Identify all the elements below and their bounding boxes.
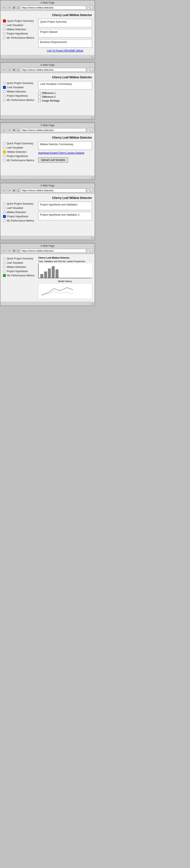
sidebar-item-leaf-4[interactable]: Leaf Visualiser [3, 206, 36, 210]
content-4: Cherry Leaf Mildew Detector Quick Projec… [0, 193, 94, 236]
address-bar-4[interactable] [21, 189, 86, 192]
checkbox-diff2-2[interactable]: Difference 2 [38, 95, 92, 99]
sidebar-label-hypothesis-4: Project Hypothesis [7, 215, 28, 218]
radio-ml-4 [3, 219, 5, 222]
sidebar-item-hypothesis-4[interactable]: Project Hypothesis [3, 214, 36, 219]
corner-mark-2: ↙ [0, 115, 94, 119]
sidebar-item-mildew-2[interactable]: Mildew Detection [3, 90, 36, 94]
close-btn-5[interactable]: ✕ [12, 249, 16, 253]
main-4: Project hypothesis and Validation Projec… [38, 202, 92, 223]
search-btn-1[interactable]: 🔍 [87, 5, 93, 10]
sidebar-item-summary-2[interactable]: Quick Project Summary [3, 81, 36, 85]
sidebar-item-mildew-1[interactable]: Mildew Detection [3, 27, 36, 32]
sidebar-label-ml-2: ML Performance Metrics [7, 99, 34, 101]
page-title-2: A Web Page [41, 63, 55, 66]
corner-mark-1: ↙ [0, 55, 94, 59]
back-btn-3[interactable]: ← [2, 128, 6, 132]
sidebar-item-ml-4[interactable]: ML Performance Metrics [3, 219, 36, 223]
checkbox-montage-2[interactable]: Image Montage [38, 99, 92, 103]
back-btn-4[interactable]: ← [2, 189, 6, 192]
sidebar-item-hypothesis-2[interactable]: Project Hypothesis [3, 94, 36, 98]
sidebar-item-hypothesis-1[interactable]: Project Hypothesis [3, 32, 36, 36]
address-bar-5[interactable] [21, 249, 86, 253]
close-btn-2[interactable]: ✕ [12, 68, 16, 72]
forward-btn-3[interactable]: → [7, 128, 11, 132]
sidebar-item-mildew-4[interactable]: Mildew Detection [3, 210, 36, 214]
search-btn-3[interactable]: 🔍 [87, 128, 93, 132]
readme-link-1[interactable]: Link To Project README Github [38, 49, 92, 52]
back-btn-1[interactable]: ← [2, 6, 6, 9]
sidebar-item-summary-3[interactable]: Quick Project Summary [3, 141, 36, 146]
sidebar-label-mildew-3: Mildew Detection [7, 150, 26, 153]
radio-hypothesis-5 [3, 270, 5, 273]
sidebar-item-summary-5[interactable]: Quick Project Summary [3, 256, 36, 261]
sidebar-label-hypothesis-2: Project Hypothesis [7, 94, 28, 97]
forward-btn-2[interactable]: → [7, 68, 11, 72]
sidebar-item-mildew-5[interactable]: Mildew Detection [3, 265, 36, 269]
sidebar-label-ml-5: ML Performance Metrics [7, 274, 35, 277]
forward-btn-1[interactable]: → [7, 6, 11, 9]
sidebar-label-ml-1: ML Performance Metrics [7, 36, 34, 39]
sidebar-item-ml-2[interactable]: ML Performance Metrics [3, 98, 36, 102]
titlebar-1: A Web Page [0, 0, 94, 5]
titlebar-5: A Web Page [0, 244, 94, 248]
sidebar-item-ml-5[interactable]: ML Performance Metrics [3, 273, 36, 278]
app-title-4: Cherry Leaf Mildew Detector [3, 196, 92, 199]
titlebar-2: A Web Page [0, 63, 94, 67]
radio-mildew-5 [3, 266, 5, 268]
checkbox-icon-diff2-2 [38, 96, 41, 98]
sidebar-item-leaf-1[interactable]: Leaf Visualiser [3, 23, 36, 27]
sidebar-label-hypothesis-3: Project Hypothesis [7, 155, 28, 158]
sidebar-item-leaf-3[interactable]: Leaf Visualiser [3, 146, 36, 150]
model-history-label-5: Model History [38, 280, 92, 282]
checkbox-icon-montage-2 [38, 99, 41, 102]
box-leaf-commentary-2: Leaf Visualizer Commentary [38, 81, 92, 90]
home-btn-4[interactable]: ⌂ [17, 189, 20, 192]
radio-summary-4 [3, 203, 5, 205]
sidebar-item-ml-1[interactable]: ML Performance Metrics [3, 36, 36, 40]
chart-subtitle-5: Train, Validation and Test Set: Labels F… [38, 260, 92, 262]
sidebar-item-leaf-2[interactable]: Leaf Visualiser [3, 85, 36, 90]
green-icon-5 [3, 274, 6, 277]
radio-mildew-2 [3, 90, 5, 93]
close-btn-3[interactable]: ✕ [12, 128, 16, 132]
home-btn-1[interactable]: ⌂ [17, 6, 20, 9]
radio-leaf-4 [3, 207, 5, 209]
upload-btn-3[interactable]: Upload Leaf Samples [38, 157, 68, 162]
close-btn-1[interactable]: ✕ [12, 6, 16, 10]
sidebar-label-hypothesis-1: Project Hypothesis [7, 32, 28, 35]
sidebar-item-summary-4[interactable]: Quick Project Summary [3, 202, 36, 206]
kaggel-link-3[interactable]: download Kaggel Cherry Leaves Dataset [38, 152, 92, 154]
forward-btn-4[interactable]: → [7, 189, 11, 192]
search-btn-2[interactable]: 🔍 [87, 68, 93, 72]
sidebar-item-summary-1[interactable]: Quick Project Summary [3, 19, 36, 23]
search-btn-4[interactable]: 🔍 [87, 188, 93, 192]
box-dataset-1: Project Dataset [38, 29, 92, 37]
radio-leaf-5 [3, 261, 5, 264]
home-btn-5[interactable]: ⌂ [17, 249, 20, 253]
address-bar-1[interactable] [21, 6, 86, 9]
sidebar-3: Quick Project Summary Leaf Visualiser Mi… [3, 141, 36, 162]
sidebar-label-leaf-1: Leaf Visualiser [7, 24, 24, 27]
page-title-3: A Web Page [41, 124, 55, 127]
sidebar-label-mildew-2: Mildew Detection [7, 90, 26, 93]
sidebar-item-hypothesis-3[interactable]: Project Hypothesis [3, 154, 36, 158]
address-bar-2[interactable] [21, 68, 86, 72]
home-btn-2[interactable]: ⌂ [17, 68, 20, 72]
back-btn-5[interactable]: ← [2, 249, 6, 253]
forward-btn-5[interactable]: → [7, 249, 11, 253]
sidebar-label-mildew-5: Mildew Detection [7, 266, 26, 269]
toolbar-2: ← → ✕ ⌂ 🔍 [0, 67, 94, 73]
address-bar-3[interactable] [21, 128, 86, 132]
home-btn-3[interactable]: ⌂ [17, 128, 20, 132]
search-btn-5[interactable]: 🔍 [87, 249, 93, 253]
close-btn-4[interactable]: ✕ [12, 189, 16, 192]
checkbox-diff1-2[interactable]: Difference 1 [38, 91, 92, 95]
back-btn-2[interactable]: ← [2, 68, 6, 72]
sidebar-item-ml-3[interactable]: ML Performance Metrics [3, 158, 36, 162]
radio-hypothesis-2 [3, 95, 5, 97]
sidebar-item-hypothesis-5[interactable]: Project Hypothesis [3, 269, 36, 273]
sidebar-item-leaf-5[interactable]: Leaf Visualiser [3, 261, 36, 265]
sidebar-label-leaf-4: Leaf Visualiser [7, 207, 24, 210]
sidebar-item-mildew-3[interactable]: Mildew Detection [3, 150, 36, 154]
